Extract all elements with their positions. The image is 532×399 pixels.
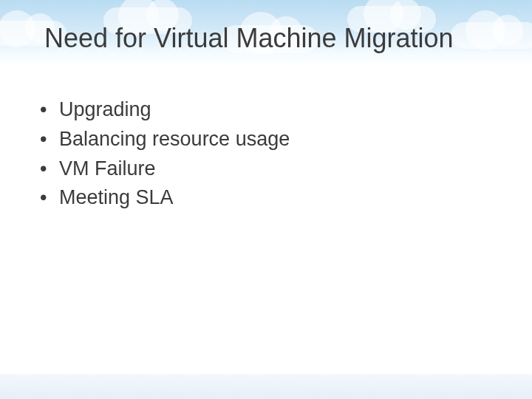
bullet-text: Upgrading [59,96,151,124]
bullet-item: • Balancing resource usage [40,126,488,154]
bullet-icon: • [40,184,59,212]
bullet-text: Meeting SLA [59,184,174,212]
bullet-icon: • [40,155,59,183]
bullet-item: • VM Failure [40,155,488,183]
bullet-item: • Upgrading [40,96,488,124]
bullet-icon: • [40,126,59,154]
slide-title: Need for Virtual Machine Migration [44,24,502,53]
footer-bar [0,374,532,399]
bullet-icon: • [40,96,59,124]
slide-body: • Upgrading • Balancing resource usage •… [40,96,488,214]
bullet-text: Balancing resource usage [59,126,290,154]
bullet-text: VM Failure [59,155,156,183]
slide: Need for Virtual Machine Migration • Upg… [0,0,532,399]
bullet-item: • Meeting SLA [40,184,488,212]
